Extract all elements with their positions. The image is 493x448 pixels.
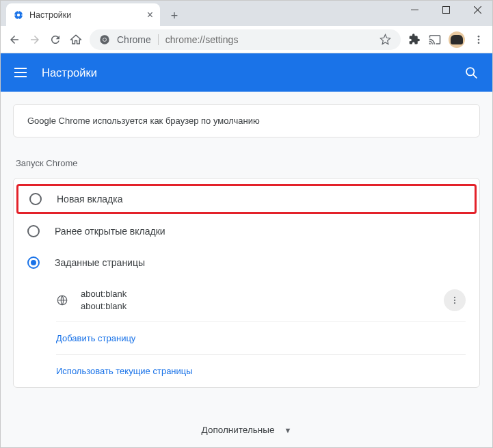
default-browser-card: Google Chrome используется как браузер п… [13, 104, 480, 137]
tab-title: Настройки [29, 10, 71, 20]
advanced-label: Дополнительные [202, 425, 275, 435]
svg-point-17 [454, 302, 455, 304]
radio-label: Ранее открытые вкладки [55, 226, 165, 237]
startup-options-card: Новая вкладка Ранее открытые вкладки Зад… [13, 178, 480, 388]
svg-point-16 [454, 299, 455, 300]
tab-close-icon[interactable]: × [147, 9, 153, 21]
radio-icon [27, 256, 40, 269]
address-text: chrome://settings [165, 34, 239, 45]
window-close-button[interactable] [462, 0, 493, 19]
hamburger-menu-icon[interactable] [14, 68, 27, 77]
svg-rect-4 [18, 18, 18, 20]
settings-content: Google Chrome используется как браузер п… [1, 92, 492, 447]
browser-tab[interactable]: Настройки × [6, 3, 160, 26]
address-separator [158, 34, 159, 45]
settings-title: Настройки [42, 66, 97, 79]
bookmark-star-icon[interactable] [379, 34, 391, 45]
svg-rect-3 [18, 10, 18, 12]
svg-point-13 [466, 68, 474, 75]
startup-option-specific[interactable]: Заданные страницы [14, 247, 479, 278]
svg-point-10 [478, 36, 480, 38]
svg-rect-5 [14, 14, 16, 15]
startup-page-text: about:blank about:blank [81, 288, 126, 312]
window-controls [399, 0, 493, 19]
menu-button[interactable] [472, 33, 485, 47]
extensions-icon[interactable] [408, 33, 421, 47]
radio-label: Новая вкладка [57, 194, 123, 205]
svg-point-15 [454, 296, 455, 298]
chevron-down-icon: ▼ [284, 426, 291, 434]
svg-point-9 [103, 38, 106, 41]
profile-avatar[interactable] [449, 31, 465, 48]
startup-option-newtab[interactable]: Новая вкладка [16, 184, 477, 214]
globe-icon [56, 294, 68, 306]
startup-page-item: about:blank about:blank [56, 278, 466, 321]
startup-option-continue[interactable]: Ранее открытые вкладки [14, 215, 479, 247]
startup-pages-list: about:blank about:blank Добавить страниц… [14, 278, 479, 387]
radio-label: Заданные страницы [55, 257, 145, 268]
new-tab-button[interactable]: + [164, 5, 185, 26]
add-page-link[interactable]: Добавить страницу [56, 321, 466, 354]
window-minimize-button[interactable] [399, 0, 430, 19]
search-icon[interactable] [464, 66, 479, 80]
reload-button[interactable] [49, 33, 62, 47]
address-prefix: Chrome [117, 34, 151, 45]
home-button[interactable] [69, 33, 83, 47]
page-more-button[interactable] [444, 289, 466, 311]
svg-point-11 [478, 38, 480, 40]
svg-point-12 [478, 42, 480, 44]
startup-section-title: Запуск Chrome [16, 158, 480, 168]
use-current-pages-link[interactable]: Использовать текущие страницы [56, 354, 466, 387]
svg-rect-0 [442, 6, 449, 13]
address-bar[interactable]: Chrome chrome://settings [90, 29, 401, 50]
startup-page-url: about:blank [81, 300, 126, 313]
default-browser-text: Google Chrome используется как браузер п… [27, 116, 260, 126]
cast-icon[interactable] [428, 33, 442, 47]
back-button[interactable] [8, 33, 21, 47]
browser-toolbar: Chrome chrome://settings [1, 26, 492, 53]
chrome-logo-icon [99, 34, 110, 45]
svg-point-2 [17, 13, 20, 16]
forward-button[interactable] [28, 33, 42, 47]
startup-page-title: about:blank [81, 288, 126, 300]
radio-icon [29, 193, 42, 205]
gear-icon [13, 10, 24, 21]
radio-icon [27, 225, 40, 237]
advanced-toggle[interactable]: Дополнительные ▼ [1, 425, 492, 435]
window-maximize-button[interactable] [430, 0, 462, 19]
svg-rect-6 [21, 14, 23, 15]
settings-header: Настройки [1, 53, 492, 92]
